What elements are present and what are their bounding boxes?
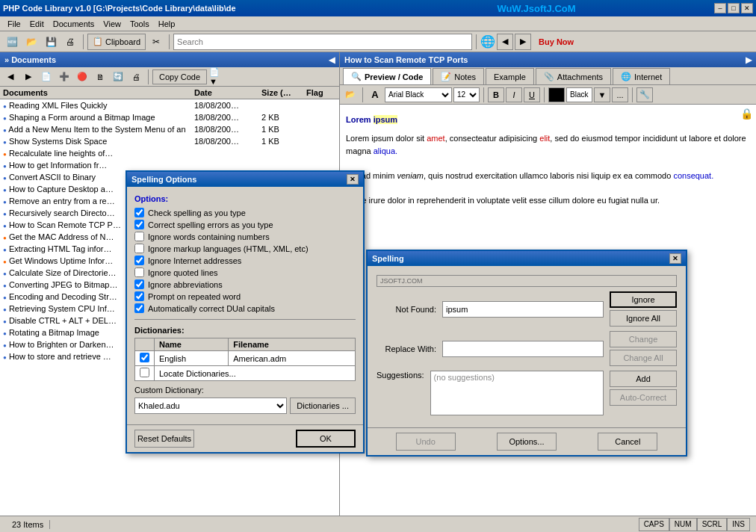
status-badges: CAPS NUM SCRL INS	[639, 518, 750, 531]
prompt-repeated-item[interactable]: Prompt on repeated word	[134, 291, 356, 301]
separator-3	[476, 34, 477, 49]
menu-help[interactable]: Help	[154, 18, 180, 30]
menu-documents[interactable]: Documents	[49, 18, 99, 30]
font-select[interactable]: Arial Black	[385, 87, 452, 102]
spelling-options-close-button[interactable]: ✕	[347, 174, 359, 185]
new-button[interactable]: 🆕	[3, 34, 21, 50]
table-row[interactable]: ● Reading XML Files Quickly 18/08/200…	[0, 99, 339, 111]
options-label: Options:	[134, 194, 356, 203]
auto-correct-dual-item[interactable]: Automatically correct DUal capitals	[134, 303, 356, 313]
ins-badge: INS	[727, 518, 750, 531]
close-button[interactable]: ✕	[741, 3, 753, 13]
color-label: Black	[566, 87, 592, 102]
bold-button[interactable]: B	[488, 87, 504, 102]
forward-button[interactable]: ▶	[515, 34, 531, 50]
menu-view[interactable]: View	[99, 18, 126, 30]
minimize-button[interactable]: –	[714, 3, 726, 13]
not-found-label: Not Found:	[377, 305, 436, 314]
buy-now-link[interactable]: Buy Now	[539, 37, 574, 46]
table-row[interactable]: ● Shaping a Form around a Bitmap Image 1…	[0, 111, 339, 123]
correct-spelling-item[interactable]: Correct spelling errors as you type	[134, 220, 356, 229]
reset-defaults-button[interactable]: Reset Defaults	[134, 430, 194, 448]
prompt-repeated-checkbox[interactable]	[134, 291, 144, 301]
copy-code-button[interactable]: Copy Code	[152, 69, 207, 84]
clipboard-button[interactable]: 📋 Clipboard	[87, 34, 146, 50]
spelling-check-close-button[interactable]: ✕	[669, 253, 681, 264]
editor-open-button[interactable]: 📂	[342, 87, 359, 102]
tab-notes[interactable]: 📝 Notes	[433, 68, 484, 84]
panel-collapse-button[interactable]: ◀	[329, 55, 335, 65]
save-button[interactable]: 💾	[42, 34, 60, 50]
add-button[interactable]: Add	[610, 371, 677, 387]
ignore-quoted-checkbox[interactable]	[134, 267, 144, 277]
undo-button[interactable]: Undo	[396, 433, 456, 451]
scissors-icon[interactable]: ✂	[147, 34, 165, 50]
color-picker[interactable]	[548, 87, 565, 102]
internet-icon[interactable]: 🌐	[480, 34, 495, 49]
underline-button[interactable]: U	[524, 87, 540, 102]
change-all-button[interactable]: Change All	[610, 350, 677, 366]
table-row[interactable]: ● How to get Information fr…	[0, 159, 339, 171]
ignore-markup-checkbox[interactable]	[134, 244, 144, 253]
auto-correct-button[interactable]: Auto-Correct	[610, 389, 677, 406]
remove-doc-button[interactable]: 🔴	[74, 69, 90, 84]
italic-button[interactable]: I	[506, 87, 522, 102]
menu-tools[interactable]: Tools	[126, 18, 154, 30]
tab-attachments[interactable]: 📎 Attachments	[536, 68, 611, 84]
main-toolbar: 🆕 📂 💾 🖨 📋 Clipboard ✂ 🌐 ◀ ▶ Buy Now	[0, 31, 756, 52]
table-row[interactable]: ● Recalculate line heights of…	[0, 147, 339, 159]
ignore-abbrev-item[interactable]: Ignore abbreviations	[134, 279, 356, 289]
prev-doc-button[interactable]: ◀	[2, 69, 19, 84]
add-doc-button[interactable]: ➕	[56, 69, 72, 84]
open-button[interactable]: 📂	[22, 34, 40, 50]
ignore-internet-item[interactable]: Ignore Internet addresses	[134, 256, 356, 265]
ignore-abbrev-checkbox[interactable]	[134, 279, 144, 289]
more-btn[interactable]: ...	[612, 87, 628, 102]
ignore-numbers-item[interactable]: Ignore words containing numbers	[134, 232, 356, 241]
size-select[interactable]: 12	[453, 87, 480, 102]
tab-preview-code[interactable]: 🔍 Preview / Code	[343, 68, 431, 84]
not-found-input[interactable]	[442, 301, 604, 318]
change-button[interactable]: Change	[610, 331, 677, 347]
cancel-button[interactable]: Cancel	[598, 433, 657, 451]
menu-file[interactable]: File	[3, 18, 25, 30]
more-options-button[interactable]: ▼	[594, 87, 610, 102]
editor-extra-button[interactable]: 🔧	[636, 87, 653, 102]
print-button[interactable]: 🖨	[61, 34, 79, 50]
doc-icon-button[interactable]: 📄	[38, 69, 55, 84]
back-button[interactable]: ◀	[497, 34, 513, 50]
tab-internet[interactable]: 🌐 Internet	[613, 68, 670, 84]
dictionaries-button[interactable]: Dictionaries ...	[290, 398, 356, 414]
check-spelling-as-you-type[interactable]: Check spelling as you type	[134, 208, 356, 217]
ignore-numbers-checkbox[interactable]	[134, 232, 144, 241]
print-doc-button[interactable]: 🖨	[128, 69, 144, 84]
auto-correct-dual-checkbox[interactable]	[134, 303, 144, 313]
ignore-all-button[interactable]: Ignore All	[610, 310, 677, 327]
options-button[interactable]: Options...	[497, 433, 557, 451]
refresh-button[interactable]: 🔄	[110, 69, 126, 84]
editor-aa-button[interactable]: A	[367, 87, 383, 102]
check-spelling-checkbox[interactable]	[134, 208, 144, 217]
next-doc-button[interactable]: ▶	[20, 69, 37, 84]
table-row[interactable]: ● Add a New Menu Item to the System Menu…	[0, 123, 339, 135]
table-row[interactable]: ● Show Systems Disk Space 18/08/200… 1 K…	[0, 135, 339, 147]
custom-dict-select[interactable]: Khaled.adu	[134, 398, 287, 414]
right-panel-collapse[interactable]: ▶	[746, 55, 752, 65]
replace-with-input[interactable]	[442, 341, 604, 357]
ignore-quoted-item[interactable]: Ignore quoted lines	[134, 267, 356, 277]
menu-edit[interactable]: Edit	[25, 18, 49, 30]
search-input[interactable]	[174, 37, 471, 46]
code-options-button[interactable]: 📄▼	[208, 69, 225, 84]
doc-file-button[interactable]: 🗎	[92, 69, 108, 84]
ignore-button[interactable]: Ignore	[610, 291, 677, 308]
tab-example[interactable]: Example	[486, 68, 534, 84]
ignore-markup-item[interactable]: Ignore markup languages (HTML, XML, etc)	[134, 244, 356, 253]
correct-spelling-checkbox[interactable]	[134, 220, 144, 229]
restore-button[interactable]: □	[728, 3, 740, 13]
suggestions-box[interactable]: (no suggestions)	[430, 371, 604, 415]
locate-dict-checkbox[interactable]	[140, 368, 149, 377]
auto-correct-dual-label: Automatically correct DUal capitals	[148, 304, 275, 313]
ok-button[interactable]: OK	[296, 430, 356, 448]
ignore-internet-checkbox[interactable]	[134, 256, 144, 265]
english-dict-checkbox[interactable]	[140, 353, 149, 362]
